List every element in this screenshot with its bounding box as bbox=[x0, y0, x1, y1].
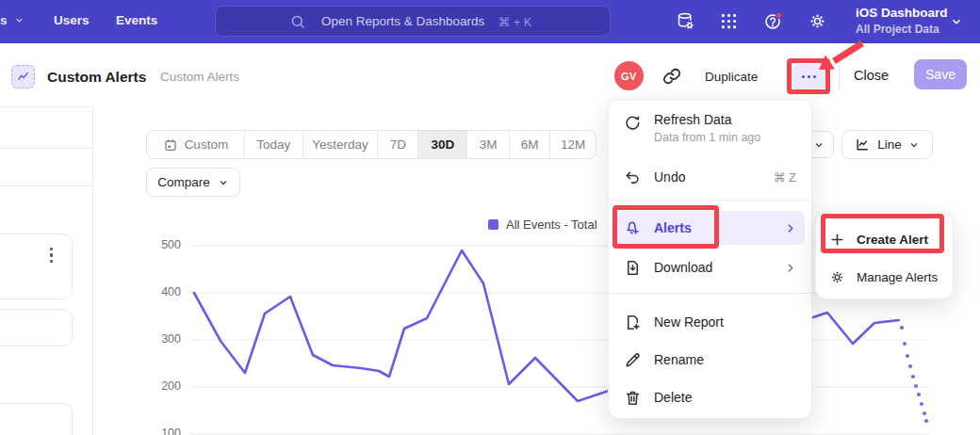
search-icon bbox=[289, 13, 306, 30]
search-shortcut: ⌘ + K bbox=[498, 15, 531, 29]
app-root: Custom Alerts Custom Alerts GV Duplicate… bbox=[0, 0, 980, 435]
menu-item-new-report[interactable]: New Report bbox=[609, 303, 811, 341]
delete-trash-icon bbox=[624, 389, 642, 407]
nav-item-events[interactable]: Events bbox=[116, 13, 157, 27]
apps-grid-icon[interactable] bbox=[719, 11, 739, 31]
menu-item-undo[interactable]: Undo ⌘ Z bbox=[609, 158, 811, 196]
download-icon bbox=[624, 259, 642, 277]
chevron-right-icon bbox=[784, 222, 796, 234]
chevron-right-icon bbox=[784, 262, 796, 274]
settings-gear-icon[interactable] bbox=[808, 11, 827, 31]
gear-icon bbox=[829, 269, 845, 285]
submenu-item-manage-alerts[interactable]: Manage Alerts bbox=[816, 261, 953, 293]
search-input[interactable]: Open Reports & Dashboards ⌘ + K bbox=[215, 6, 611, 37]
undo-icon bbox=[624, 169, 642, 186]
data-management-icon[interactable] bbox=[676, 11, 695, 31]
annotation-box-alerts bbox=[612, 205, 719, 249]
menu-item-delete[interactable]: Delete bbox=[609, 379, 811, 416]
nav-item-truncated[interactable]: s bbox=[0, 13, 24, 27]
more-options-menu: Refresh Data Data from 1 min ago Undo ⌘ … bbox=[608, 99, 812, 419]
menu-divider bbox=[609, 293, 811, 294]
search-placeholder: Open Reports & Dashboards bbox=[321, 14, 484, 28]
help-icon[interactable] bbox=[763, 11, 783, 31]
chevron-down-icon bbox=[950, 15, 963, 28]
menu-item-rename[interactable]: Rename bbox=[609, 341, 811, 379]
project-subtitle: All Project Data bbox=[856, 23, 948, 36]
refresh-icon bbox=[624, 114, 642, 132]
project-selector[interactable]: iOS Dashboard All Project Data bbox=[856, 6, 948, 36]
nav-item-users[interactable]: Users bbox=[54, 13, 90, 27]
annotation-box-create-alert bbox=[821, 214, 944, 253]
menu-item-refresh-data[interactable]: Refresh Data Data from 1 min ago bbox=[609, 109, 811, 158]
chevron-down-icon bbox=[813, 139, 825, 151]
menu-item-download[interactable]: Download bbox=[609, 249, 811, 286]
menu-divider bbox=[609, 200, 811, 201]
project-title: iOS Dashboard bbox=[856, 6, 948, 20]
annotation-arrow bbox=[806, 36, 872, 78]
chevron-down-icon bbox=[14, 15, 24, 25]
new-report-icon bbox=[624, 314, 642, 331]
rename-pencil-icon bbox=[624, 351, 642, 369]
